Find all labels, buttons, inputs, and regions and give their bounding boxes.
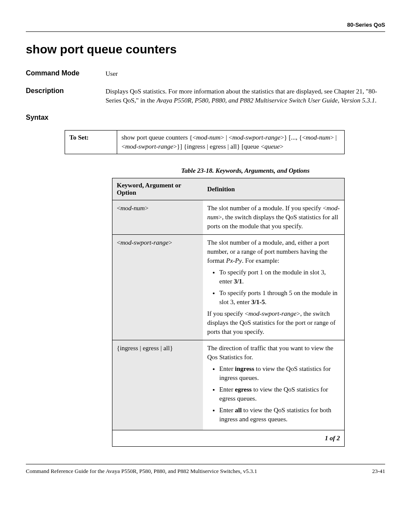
command-mode-row: Command Mode User: [26, 69, 385, 78]
syntax-label: Syntax: [26, 114, 106, 121]
table-header-row: Keyword, Argument or Option Definition: [112, 178, 345, 200]
keyword-cell: <mod-swport-range>: [112, 235, 203, 340]
table-row: <mod-swport-range> The slot number of a …: [112, 235, 345, 340]
page-title: show port queue counters: [26, 43, 385, 56]
description-post: .: [375, 97, 377, 104]
keyword-cell: <mod-num>: [112, 200, 203, 235]
list-item: To specify port 1 on the module in slot …: [219, 268, 340, 286]
syntax-table: To Set: show port queue counters {<mod-n…: [65, 130, 345, 154]
description-italic: Avaya P550R, P580, P880, and P882 Multis…: [156, 97, 375, 104]
command-mode-label: Command Mode: [26, 69, 106, 78]
page-footer: Command Reference Guide for the Avaya P5…: [26, 464, 385, 475]
list-item: To specify ports 1 through 5 on the modu…: [219, 289, 340, 307]
page-header: 80-Series QoS: [26, 22, 385, 32]
footer-right: 23-41: [372, 468, 385, 475]
col-keyword: Keyword, Argument or Option: [112, 178, 203, 200]
description-label: Description: [26, 87, 106, 105]
command-mode-value: User: [106, 69, 385, 78]
table-row: {ingress | egress | all} The direction o…: [112, 340, 345, 430]
list-item: Enter egress to view the QoS statistics …: [219, 385, 340, 403]
description-row: Description Displays QoS statistics. For…: [26, 87, 385, 105]
args-table: Keyword, Argument or Option Definition <…: [112, 178, 345, 447]
list-item: Enter ingress to view the QoS statistics…: [219, 364, 340, 383]
table-row: <mod-num> The slot number of a module. I…: [112, 200, 345, 235]
pager-row: 1 of 2: [112, 430, 345, 447]
definition-cell: The slot number of a module. If you spec…: [203, 200, 345, 235]
bullet-list: Enter ingress to view the QoS statistics…: [207, 364, 340, 424]
description-text: Displays QoS statistics. For more inform…: [106, 87, 385, 105]
syntax-row: Syntax: [26, 114, 385, 121]
syntax-command: show port queue counters {<mod-num> | <m…: [117, 131, 345, 154]
footer-left: Command Reference Guide for the Avaya P5…: [26, 468, 257, 475]
definition-cell: The direction of traffic that you want t…: [203, 340, 345, 430]
keyword-cell: {ingress | egress | all}: [112, 340, 203, 430]
table-caption: Table 23-18. Keywords, Arguments, and Op…: [106, 167, 385, 174]
syntax-set-label: To Set:: [65, 131, 117, 154]
pager: 1 of 2: [112, 430, 345, 447]
definition-cell: The slot number of a module, and, either…: [203, 235, 345, 340]
list-item: Enter all to view the QoS statistics for…: [219, 406, 340, 424]
section-title: 80-Series QoS: [347, 22, 385, 28]
bullet-list: To specify port 1 on the module in slot …: [207, 268, 340, 307]
col-definition: Definition: [203, 178, 345, 200]
